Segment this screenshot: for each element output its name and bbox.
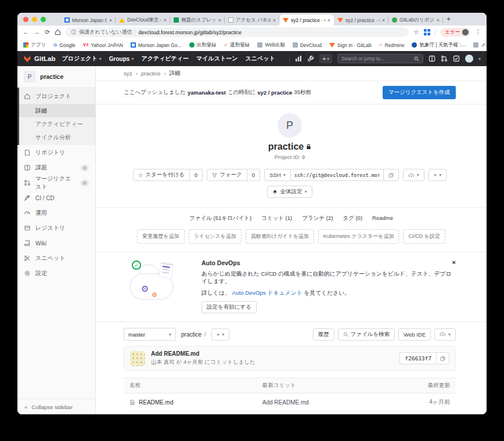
- create-merge-request-button[interactable]: マージリクエストを作成: [383, 86, 456, 99]
- fork-count[interactable]: 0: [247, 169, 260, 181]
- close-tab-icon[interactable]: ×: [437, 17, 440, 23]
- add-kubernetes-cluster-button[interactable]: Kubernetes クラスターを追加: [318, 229, 399, 244]
- menu-activity[interactable]: アクティビティー: [141, 55, 189, 63]
- find-file-button[interactable]: ファイルを検索: [338, 328, 395, 341]
- bookmark-redmine[interactable]: ∩Redmine: [379, 42, 405, 48]
- browser-menu-icon[interactable]: ⋮: [475, 29, 481, 35]
- bookmark-apps[interactable]: アプリ: [23, 42, 46, 49]
- bookmark-clock-out[interactable]: ✓退勤登録: [224, 42, 250, 49]
- collapse-sidebar-button[interactable]: « Collapse sidebar: [17, 399, 95, 414]
- clone-protocol-dropdown[interactable]: SSH▾: [264, 169, 291, 181]
- merge-requests-icon[interactable]: [441, 55, 448, 62]
- global-search[interactable]: [337, 54, 423, 63]
- profile-error-badge[interactable]: エラー: [440, 28, 470, 37]
- issues-icon[interactable]: [429, 55, 435, 62]
- menu-projects[interactable]: プロジェクト▾: [62, 55, 101, 63]
- search-input[interactable]: [341, 56, 412, 62]
- menu-milestones[interactable]: マイルストーン: [196, 55, 237, 63]
- zoom-window-button[interactable]: [41, 17, 46, 22]
- breadcrumb-project[interactable]: practice: [141, 70, 160, 77]
- close-tab-icon[interactable]: ×: [327, 17, 330, 23]
- fork-button[interactable]: フォーク: [207, 169, 247, 181]
- alert-project-link[interactable]: sy2 / practice: [257, 89, 292, 96]
- forward-icon[interactable]: →: [34, 29, 40, 35]
- notification-settings-button[interactable]: 全体設定▾: [267, 186, 312, 198]
- sidebar-item-details[interactable]: 詳細: [17, 104, 95, 117]
- bookmark-gitlab-signin[interactable]: Sign in · GitLab: [329, 42, 372, 48]
- bookmark-google[interactable]: GGoogle: [53, 42, 75, 48]
- alert-branch-link[interactable]: yamanaka-test: [188, 89, 226, 96]
- download-dropdown[interactable]: ▾: [434, 328, 456, 341]
- tab-gitlab-practice-active[interactable]: sy2 / practice · Gi ×: [279, 15, 334, 26]
- stat-branches[interactable]: ブランチ (2): [302, 215, 333, 222]
- file-commit-link[interactable]: Add README.md: [262, 399, 309, 406]
- commit-author[interactable]: 山本 真司: [151, 359, 175, 365]
- stat-commits[interactable]: コミット (1): [261, 215, 292, 222]
- bookmark-yahoo[interactable]: Y7Yahoo! JAPAN: [83, 42, 123, 48]
- sidebar-item-cicd[interactable]: CI / CD: [17, 190, 95, 205]
- bookmark-star-icon[interactable]: ☆: [413, 29, 419, 35]
- table-row[interactable]: README.md Add README.md 4ヶ月前: [124, 393, 456, 411]
- sidebar-item-repository[interactable]: リポジトリ: [17, 145, 95, 160]
- bookmark-clock-in[interactable]: 出勤登録: [189, 42, 217, 49]
- admin-wrench-icon[interactable]: [307, 55, 314, 62]
- close-window-button[interactable]: [23, 17, 28, 22]
- sidebar-item-issues[interactable]: 課題 0: [17, 160, 95, 175]
- copy-clone-url-button[interactable]: [384, 169, 399, 181]
- tab-access-panel[interactable]: アクセス パネル ア ×: [225, 15, 279, 26]
- sidebar-project-header[interactable]: P practice: [17, 66, 95, 88]
- menu-snippets[interactable]: スニペット: [245, 55, 275, 63]
- download-source-dropdown[interactable]: ▾: [403, 169, 424, 181]
- sidebar-item-cycle-analytics[interactable]: サイクル分析: [17, 131, 95, 144]
- stat-readme[interactable]: Readme: [372, 215, 393, 222]
- tab-morson[interactable]: Morson Japan Go ×: [61, 15, 116, 26]
- bookmark-web-application[interactable]: Web出願: [257, 42, 285, 49]
- bookmark-memo[interactable]: メモ: [473, 42, 487, 49]
- history-button[interactable]: 履歴: [313, 328, 334, 341]
- commit-title-link[interactable]: Add README.md: [151, 350, 394, 357]
- analytics-chart-icon[interactable]: [295, 55, 302, 62]
- info-icon[interactable]: ⓘ: [71, 28, 76, 36]
- close-tab-icon[interactable]: ×: [382, 17, 385, 23]
- web-ide-button[interactable]: Web IDE: [398, 328, 431, 341]
- sidebar-item-activity[interactable]: アクティビティー: [17, 117, 95, 131]
- menu-groups[interactable]: Groups▾: [109, 56, 134, 62]
- tab-gitlab-practice-2[interactable]: sy2 / practice · Gi ×: [334, 15, 388, 26]
- user-avatar[interactable]: [465, 55, 473, 63]
- path-project-link[interactable]: practice: [181, 331, 201, 338]
- close-tab-icon[interactable]: ×: [273, 17, 276, 23]
- new-file-dropdown[interactable]: +▾: [211, 328, 230, 341]
- add-contribution-guide-button[interactable]: 貢献者向けガイドを追加: [246, 229, 314, 244]
- bookmark-jma-weather[interactable]: 気象庁 | 天気予報 :…: [412, 42, 466, 49]
- clone-url-input[interactable]: [291, 169, 384, 181]
- auto-devops-doc-link[interactable]: Auto DevOps ドキュメント: [232, 290, 302, 296]
- home-icon[interactable]: [55, 29, 61, 35]
- bookmark-morson[interactable]: Morson Japan Go...: [131, 42, 182, 48]
- address-bar[interactable]: ⓘ 保護されていない通信 devcloud.forest.morson.jp/g…: [66, 27, 409, 37]
- sidebar-item-settings[interactable]: 設定: [17, 266, 95, 281]
- commit-sha[interactable]: f26633f7: [399, 352, 437, 364]
- stat-files[interactable]: ファイル (51キロバイト): [189, 215, 251, 222]
- reload-icon[interactable]: ⟳: [45, 29, 50, 35]
- sidebar-item-operations[interactable]: 運用: [17, 205, 95, 220]
- url-text[interactable]: devcloud.forest.morson.jp/gitlab/sy2/pra…: [138, 30, 242, 35]
- back-icon[interactable]: ←: [23, 29, 29, 35]
- sidebar-item-project[interactable]: プロジェクト: [17, 89, 95, 104]
- sidebar-item-snippets[interactable]: スニペット: [17, 251, 95, 266]
- sidebar-item-registry[interactable]: レジストリ: [17, 220, 95, 236]
- new-tab-button[interactable]: +: [447, 15, 451, 23]
- close-tab-icon[interactable]: ×: [109, 17, 112, 23]
- star-count[interactable]: 0: [190, 169, 203, 181]
- stat-tags[interactable]: タグ (0): [343, 215, 362, 222]
- bookmark-devcloud-folder[interactable]: DevCloud: [293, 42, 322, 48]
- add-dropdown[interactable]: +▾: [429, 169, 447, 181]
- add-changelog-button[interactable]: 変更履歴を追加: [137, 229, 184, 244]
- close-tab-icon[interactable]: ×: [218, 17, 221, 23]
- tab-spreadsheet[interactable]: 無題のスプレッドシ ×: [170, 15, 225, 26]
- setup-cicd-button[interactable]: CI/CD を設定: [403, 229, 445, 244]
- minimize-window-button[interactable]: [32, 17, 37, 22]
- new-dropdown-button[interactable]: +▾: [319, 54, 332, 63]
- file-name-link[interactable]: README.md: [139, 399, 173, 406]
- gitlab-brand[interactable]: GitLab: [23, 55, 55, 63]
- sidebar-item-wiki[interactable]: Wiki: [17, 236, 95, 251]
